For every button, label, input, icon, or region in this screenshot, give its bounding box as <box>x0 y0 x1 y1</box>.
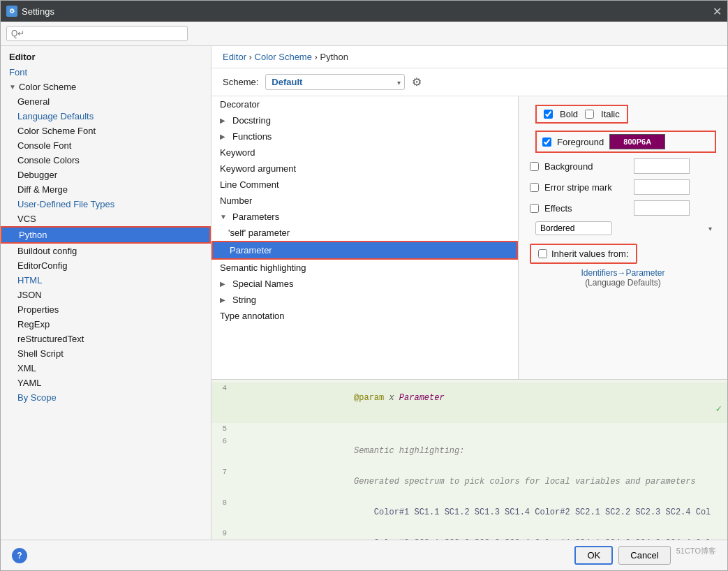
token-keyword[interactable]: Keyword <box>211 144 518 161</box>
foreground-color-swatch[interactable]: 800P6A <box>609 134 665 149</box>
inherit-checkbox[interactable] <box>538 249 547 258</box>
error-stripe-color-swatch[interactable] <box>634 179 690 195</box>
sidebar-item-vcs[interactable]: VCS <box>1 212 211 226</box>
scheme-select[interactable]: Default <box>265 74 405 90</box>
sidebar-item-python[interactable]: Python <box>1 226 211 244</box>
sidebar-item-yaml[interactable]: YAML <box>1 376 211 390</box>
sidebar-item-console-font[interactable]: Console Font <box>1 138 211 153</box>
editor-area: Decorator ▶Docstring ▶Functions Keyword … <box>211 96 727 379</box>
error-stripe-row: Error stripe mark <box>530 179 716 195</box>
footer-right: OK Cancel 51CTO博客 <box>574 546 716 565</box>
sidebar-item-xml[interactable]: XML <box>1 361 211 376</box>
sidebar-item-properties[interactable]: Properties <box>1 302 211 317</box>
content-area: Editor › Color Scheme › Python Scheme: D… <box>211 46 727 540</box>
line-num-4: 4 <box>211 383 232 392</box>
titlebar-left: ⚙ Settings <box>6 6 54 17</box>
generated-comment: Generated spectrum to pick colors for lo… <box>354 477 696 487</box>
token-parameter[interactable]: Parameter <box>211 241 518 260</box>
breadcrumb-editor[interactable]: Editor <box>223 52 246 62</box>
sidebar-item-buildout[interactable]: Buildout config <box>1 244 211 258</box>
toggle-icon: ▼ <box>9 83 16 91</box>
sidebar-item-regexp[interactable]: RegExp <box>1 317 211 332</box>
sidebar-item-language-defaults[interactable]: Language Defaults <box>1 109 211 124</box>
effects-checkbox[interactable] <box>530 204 539 213</box>
error-stripe-checkbox[interactable] <box>530 183 539 192</box>
token-number[interactable]: Number <box>211 193 518 209</box>
token-functions[interactable]: ▶Functions <box>211 128 518 144</box>
sidebar-color-scheme-label: Color Scheme <box>19 82 76 92</box>
scheme-select-wrap: Default <box>265 74 405 90</box>
code-preview: 4 @param x Parameter ✓ 5 <box>211 379 727 540</box>
main-area: Editor Font ▼ Color Scheme General Langu… <box>1 46 727 540</box>
sidebar-item-debugger[interactable]: Debugger <box>1 168 211 182</box>
sidebar-item-html[interactable]: HTML <box>1 273 211 288</box>
check-icon: ✓ <box>716 403 722 415</box>
functions-toggle-icon: ▶ <box>220 133 230 140</box>
ok-button[interactable]: OK <box>574 546 613 565</box>
breadcrumb-color-scheme[interactable]: Color Scheme <box>255 52 312 62</box>
code-line-4: 4 @param x Parameter ✓ <box>211 383 727 423</box>
sidebar-item-general[interactable]: General <box>1 94 211 109</box>
sidebar-item-diff-merge[interactable]: Diff & Merge <box>1 182 211 197</box>
sidebar-item-console-colors[interactable]: Console Colors <box>1 153 211 168</box>
sidebar-color-scheme[interactable]: ▼ Color Scheme <box>1 80 211 94</box>
italic-checkbox[interactable] <box>585 110 594 119</box>
bordered-select[interactable]: Bordered <box>535 221 612 235</box>
sidebar-font-link[interactable]: Font <box>9 67 27 77</box>
sidebar-item-json[interactable]: JSON <box>1 288 211 302</box>
token-docstring[interactable]: ▶Docstring <box>211 112 518 128</box>
param-x: x <box>389 393 394 403</box>
sidebar-item-restructured[interactable]: reStructuredText <box>1 332 211 346</box>
background-color-swatch[interactable] <box>634 158 690 174</box>
color-spectrum-1: Color#1 SC1.1 SC1.2 SC1.3 SC1.4 Color#2 … <box>374 507 711 517</box>
special-names-toggle-icon: ▶ <box>220 280 230 288</box>
token-parameters[interactable]: ▼Parameters <box>211 209 518 225</box>
error-stripe-label: Error stripe mark <box>544 182 628 193</box>
token-special-names[interactable]: ▶Special Names <box>211 276 518 292</box>
sidebar-item-by-scope[interactable]: By Scope <box>1 390 211 405</box>
foreground-checkbox[interactable] <box>542 138 551 147</box>
line-num-8: 8 <box>211 498 232 507</box>
sidebar-item-user-defined[interactable]: User-Defined File Types <box>1 197 211 212</box>
token-semantic-highlighting[interactable]: Semantic highlighting <box>211 260 518 276</box>
sidebar-item-editorconfig[interactable]: EditorConfig <box>1 258 211 273</box>
parameters-toggle-icon: ▼ <box>220 213 230 221</box>
footer-left: ? <box>12 548 27 563</box>
search-bar <box>1 22 727 46</box>
search-input[interactable] <box>6 26 188 41</box>
breadcrumb-python: Python <box>320 52 348 62</box>
token-keyword-argument[interactable]: Keyword argument <box>211 161 518 177</box>
inherit-label: Inherit values from: <box>551 249 629 259</box>
line-content-4: @param x Parameter ✓ <box>232 383 727 422</box>
line-num-9: 9 <box>211 528 232 537</box>
sidebar: Editor Font ▼ Color Scheme General Langu… <box>1 46 211 540</box>
foreground-container: Foreground 800P6A <box>535 131 716 153</box>
background-label: Background <box>544 161 628 172</box>
code-line-6: 6 Semantic highlighting: <box>211 436 727 466</box>
effects-color-swatch[interactable] <box>634 200 690 216</box>
code-preview-inner: 4 @param x Parameter ✓ 5 <box>211 380 727 540</box>
help-button[interactable]: ? <box>12 548 27 563</box>
token-decorator[interactable]: Decorator <box>211 96 518 112</box>
inherit-sub: (Language Defaults) <box>530 278 716 288</box>
bordered-container: Bordered <box>535 221 716 235</box>
background-checkbox[interactable] <box>530 162 539 171</box>
sidebar-item-shell[interactable]: Shell Script <box>1 346 211 361</box>
sidebar-item-color-scheme-font[interactable]: Color Scheme Font <box>1 124 211 138</box>
sidebar-font-item[interactable]: Font <box>1 65 211 80</box>
close-button[interactable]: ✕ <box>713 5 722 18</box>
token-type-annotation[interactable]: Type annotation <box>211 308 518 324</box>
token-string[interactable]: ▶String <box>211 292 518 308</box>
italic-label: Italic <box>601 109 620 119</box>
cancel-button[interactable]: Cancel <box>618 546 670 565</box>
breadcrumb-sep1: › <box>249 52 255 62</box>
bold-italic-container: Bold Italic <box>535 105 628 124</box>
token-line-comment[interactable]: Line Comment <box>211 177 518 193</box>
inherit-link[interactable]: Identifiers→Parameter <box>530 268 716 278</box>
bold-checkbox[interactable] <box>544 110 553 119</box>
line-num-6: 6 <box>211 436 232 445</box>
scheme-label: Scheme: <box>223 77 258 87</box>
code-line-9: 9 Color#3 SC3.1 SC3.2 SC3.3 SC3.4 Color#… <box>211 528 727 540</box>
scheme-gear-button[interactable]: ⚙ <box>412 75 422 89</box>
token-self-parameter[interactable]: 'self' parameter <box>211 225 518 241</box>
